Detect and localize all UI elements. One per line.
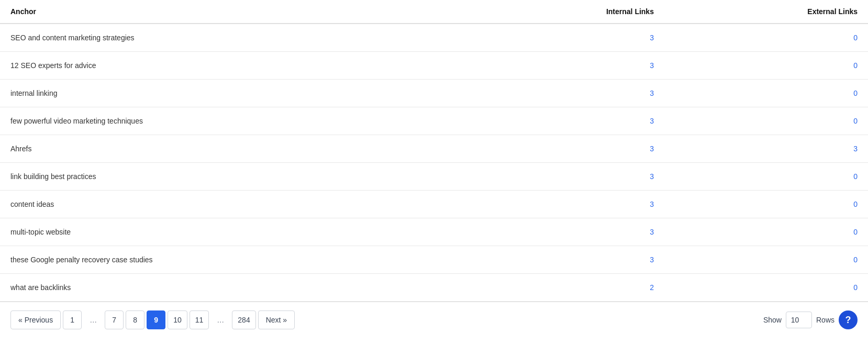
table-header-row: Anchor Internal Links External Links [0, 0, 868, 24]
internal-links-cell: 3 [468, 163, 664, 191]
internal-links-cell: 2 [468, 274, 664, 302]
internal-links-cell: 3 [468, 191, 664, 218]
internal-links-cell: 3 [468, 246, 664, 274]
table-container: Anchor Internal Links External Links SEO… [0, 0, 868, 344]
table-row: 12 SEO experts for advice30 [0, 52, 868, 80]
external-links-cell: 0 [664, 191, 868, 218]
internal-links-cell: 3 [468, 80, 664, 107]
anchor-cell: multi-topic website [0, 218, 468, 246]
page-8-button[interactable]: 8 [126, 310, 144, 329]
page-9-button[interactable]: 9 [147, 310, 165, 329]
external-links-cell: 3 [664, 135, 868, 163]
anchor-cell: link building best practices [0, 163, 468, 191]
anchor-column-header: Anchor [0, 0, 468, 24]
dots-right: … [211, 310, 230, 329]
internal-links-column-header: Internal Links [468, 0, 664, 24]
external-links-cell: 0 [664, 24, 868, 52]
anchor-cell: internal linking [0, 80, 468, 107]
table-row: what are backlinks20 [0, 274, 868, 302]
page-11-button[interactable]: 11 [190, 310, 209, 329]
anchor-cell: what are backlinks [0, 274, 468, 302]
pagination-left: « Previous 1 … 7 8 9 10 11 … 284 Next » [10, 310, 295, 329]
anchor-cell: 12 SEO experts for advice [0, 52, 468, 80]
anchor-table: Anchor Internal Links External Links SEO… [0, 0, 868, 302]
external-links-cell: 0 [664, 246, 868, 274]
dots-left: … [84, 310, 103, 329]
external-links-cell: 0 [664, 52, 868, 80]
external-links-cell: 0 [664, 274, 868, 302]
rows-input[interactable] [786, 312, 812, 328]
external-links-column-header: External Links [664, 0, 868, 24]
table-row: these Google penalty recovery case studi… [0, 246, 868, 274]
pagination-right: Show Rows ? [763, 310, 858, 329]
table-row: few powerful video marketing techniques3… [0, 107, 868, 135]
external-links-cell: 0 [664, 107, 868, 135]
page-284-button[interactable]: 284 [232, 310, 255, 329]
internal-links-cell: 3 [468, 135, 664, 163]
table-row: internal linking30 [0, 80, 868, 107]
internal-links-cell: 3 [468, 52, 664, 80]
previous-button[interactable]: « Previous [10, 310, 61, 329]
external-links-cell: 0 [664, 80, 868, 107]
pagination-bar: « Previous 1 … 7 8 9 10 11 … 284 Next » … [0, 302, 868, 338]
table-row: content ideas30 [0, 191, 868, 218]
table-row: Ahrefs33 [0, 135, 868, 163]
page-1-button[interactable]: 1 [63, 310, 82, 329]
anchor-cell: SEO and content marketing strategies [0, 24, 468, 52]
page-10-button[interactable]: 10 [168, 310, 187, 329]
external-links-cell: 0 [664, 218, 868, 246]
next-button[interactable]: Next » [258, 310, 295, 329]
internal-links-cell: 3 [468, 24, 664, 52]
help-button[interactable]: ? [839, 310, 858, 329]
table-row: link building best practices30 [0, 163, 868, 191]
table-row: multi-topic website30 [0, 218, 868, 246]
external-links-cell: 0 [664, 163, 868, 191]
rows-label: Rows [816, 316, 834, 324]
anchor-cell: these Google penalty recovery case studi… [0, 246, 468, 274]
anchor-cell: Ahrefs [0, 135, 468, 163]
table-row: SEO and content marketing strategies30 [0, 24, 868, 52]
anchor-cell: few powerful video marketing techniques [0, 107, 468, 135]
anchor-cell: content ideas [0, 191, 468, 218]
page-7-button[interactable]: 7 [105, 310, 124, 329]
show-label: Show [763, 316, 782, 324]
internal-links-cell: 3 [468, 107, 664, 135]
internal-links-cell: 3 [468, 218, 664, 246]
